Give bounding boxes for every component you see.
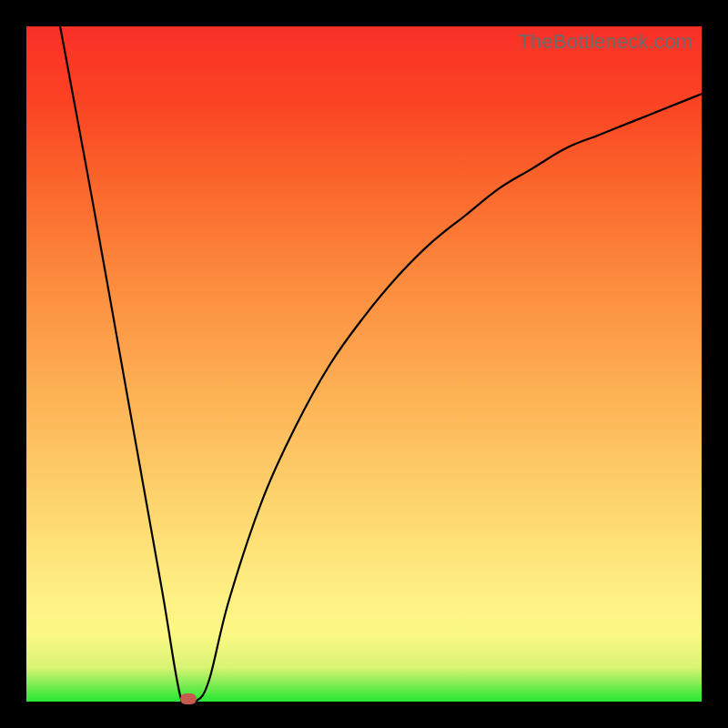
chart-frame: TheBottleneck.com — [0, 0, 728, 728]
bottleneck-curve — [26, 26, 702, 702]
plot-area: TheBottleneck.com — [26, 26, 702, 702]
optimum-marker — [180, 693, 197, 704]
